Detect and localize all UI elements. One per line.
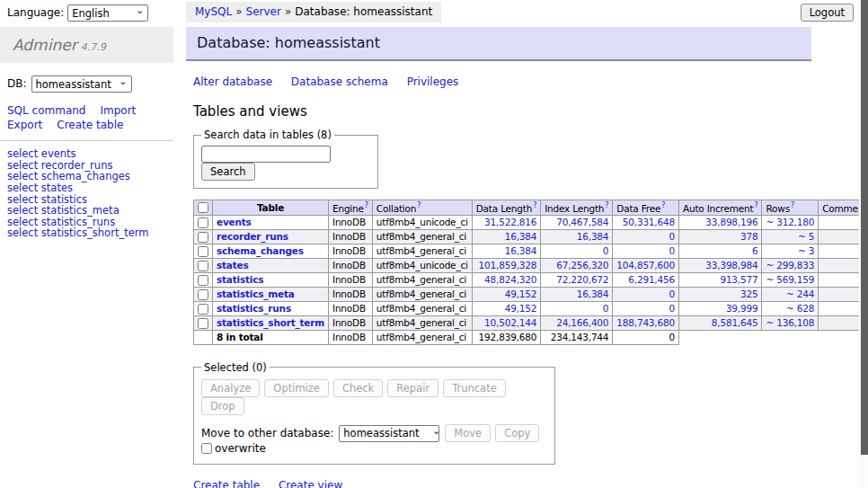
breadcrumb-current: Database: homeassistant xyxy=(295,5,432,18)
table-link[interactable]: statistics_short_term xyxy=(41,226,149,239)
table-row: statistics InnoDB utf8mb4_general_ci 48,… xyxy=(194,272,868,287)
row-checkbox[interactable] xyxy=(198,246,208,257)
col-header-auto-increment: Auto Increment? xyxy=(678,200,762,216)
search-button[interactable]: Search xyxy=(201,163,255,181)
export-link[interactable]: Export xyxy=(7,119,42,131)
search-input[interactable] xyxy=(201,146,331,163)
data-free-cell: 0 xyxy=(613,301,679,315)
index-length-cell: 72,220,672 xyxy=(541,272,613,287)
data-length-cell: 101,859,328 xyxy=(472,258,540,272)
rows-cell: ~ 312,180 xyxy=(762,215,819,229)
table-name-link[interactable]: schema_changes xyxy=(217,245,304,256)
collation-cell: utf8mb4_general_ci xyxy=(372,244,472,258)
total-data-free-cell: 0 xyxy=(613,330,679,344)
privileges-link[interactable]: Privileges xyxy=(407,75,459,88)
auto-increment-cell: 33,898,196 xyxy=(678,215,762,229)
table-name-link[interactable]: statistics_short_term xyxy=(217,317,324,328)
help-icon[interactable]: ? xyxy=(365,201,368,209)
table-name-link[interactable]: events xyxy=(217,217,252,227)
alter-database-link[interactable]: Alter database xyxy=(193,75,272,88)
data-length-cell: 49,152 xyxy=(472,287,540,301)
engine-cell: InnoDB xyxy=(329,258,373,272)
overwrite-checkbox[interactable] xyxy=(201,443,212,454)
import-link[interactable]: Import xyxy=(100,104,136,117)
row-checkbox[interactable] xyxy=(198,289,208,300)
help-icon[interactable]: ? xyxy=(417,201,421,209)
adminer-app: Language:English MySQL»Server»Database: … xyxy=(0,0,868,488)
data-free-cell: 0 xyxy=(613,229,679,244)
row-checkbox[interactable] xyxy=(198,275,208,286)
select-link[interactable]: select xyxy=(7,226,38,239)
table-name-link[interactable]: statistics_meta xyxy=(217,288,295,299)
breadcrumb-mysql-link[interactable]: MySQL xyxy=(195,5,232,18)
auto-increment-cell: 39,999 xyxy=(678,301,762,315)
language-label: Language: xyxy=(7,6,64,19)
row-checkbox[interactable] xyxy=(198,217,208,228)
analyze-button: Analyze xyxy=(201,379,260,397)
row-checkbox[interactable] xyxy=(198,232,208,243)
table-row: recorder_runs InnoDB utf8mb4_general_ci … xyxy=(194,229,868,244)
data-free-cell: 50,331,648 xyxy=(613,215,679,229)
create-table-link[interactable]: Create table xyxy=(193,479,260,488)
rows-cell: ~ 3 xyxy=(762,244,819,258)
vertical-scrollbar xyxy=(859,0,868,488)
help-icon[interactable]: ? xyxy=(754,201,757,209)
rows-cell: ~ 628 xyxy=(762,301,819,315)
index-length-cell: 24,166,400 xyxy=(541,315,613,330)
col-header-table: Table xyxy=(213,200,329,216)
select-all-checkbox[interactable] xyxy=(198,202,208,213)
search-legend: Search data in tables (8) xyxy=(201,129,334,141)
help-icon[interactable]: ? xyxy=(791,201,794,209)
db-select[interactable]: homeassistant xyxy=(31,75,132,93)
row-checkbox[interactable] xyxy=(198,261,208,271)
total-label-cell: 8 in total xyxy=(213,330,329,344)
table-name-link[interactable]: recorder_runs xyxy=(217,231,288,242)
total-data-length-cell: 192,839,680 xyxy=(472,330,540,344)
move-db-select[interactable]: homeassistant xyxy=(339,425,439,442)
row-checkbox[interactable] xyxy=(198,304,208,315)
logout-wrap: Logout xyxy=(801,4,854,22)
table-name-cell: events xyxy=(213,215,329,229)
logout-button[interactable]: Logout xyxy=(801,4,854,22)
auto-increment-cell: 6 xyxy=(678,244,762,258)
engine-cell: InnoDB xyxy=(329,229,373,244)
table-row: statistics_meta InnoDB utf8mb4_general_c… xyxy=(194,287,868,301)
brand-version: 4.7.9 xyxy=(81,41,106,53)
col-header-rows: Rows? xyxy=(762,200,819,216)
db-selector-row: DB:homeassistant xyxy=(0,75,173,93)
data-free-cell: 104,857,600 xyxy=(613,258,679,272)
table-name-link[interactable]: statistics xyxy=(217,274,263,285)
breadcrumb-separator: » xyxy=(285,5,291,18)
table-name-link[interactable]: statistics_runs xyxy=(217,303,291,314)
engine-cell: InnoDB xyxy=(329,244,373,258)
create-view-link[interactable]: Create view xyxy=(279,479,342,488)
selected-buttons-row: AnalyzeOptimizeCheckRepairTruncateDrop xyxy=(201,379,547,415)
rows-cell: ~ 136,108 xyxy=(762,315,819,330)
move-button: Move xyxy=(445,424,491,442)
data-free-cell: 0 xyxy=(613,287,679,301)
table-name-cell: statistics xyxy=(213,272,329,287)
table-row: events InnoDB utf8mb4_unicode_ci 31,522,… xyxy=(194,215,868,229)
collation-cell: utf8mb4_general_ci xyxy=(372,315,472,330)
language-select[interactable]: English xyxy=(67,4,148,22)
table-row: statistics_short_term InnoDB utf8mb4_gen… xyxy=(194,315,868,330)
help-icon[interactable]: ? xyxy=(661,201,665,209)
auto-increment-cell: 325 xyxy=(678,287,762,301)
auto-increment-cell: 33,398,984 xyxy=(678,258,762,272)
auto-increment-cell: 378 xyxy=(678,229,762,244)
create-table-link-sidebar[interactable]: Create table xyxy=(57,119,123,131)
total-collation-cell: utf8mb4_general_ci xyxy=(372,330,472,344)
breadcrumb-server-link[interactable]: Server xyxy=(246,5,281,18)
table-row: statistics_runs InnoDB utf8mb4_general_c… xyxy=(194,301,868,315)
help-icon[interactable]: ? xyxy=(605,201,608,209)
row-checkbox[interactable] xyxy=(198,318,208,329)
collation-cell: utf8mb4_unicode_ci xyxy=(372,258,472,272)
sidebar-actions: SQL commandImport ExportCreate table xyxy=(0,104,173,132)
scrollbar-thumb[interactable] xyxy=(861,0,868,455)
database-schema-link[interactable]: Database schema xyxy=(291,75,388,88)
help-icon[interactable]: ? xyxy=(533,201,536,209)
sql-command-link[interactable]: SQL command xyxy=(7,104,85,117)
data-length-cell: 48,824,320 xyxy=(472,272,540,287)
table-name-link[interactable]: states xyxy=(217,260,249,271)
data-length-cell: 31,522,816 xyxy=(472,215,540,229)
